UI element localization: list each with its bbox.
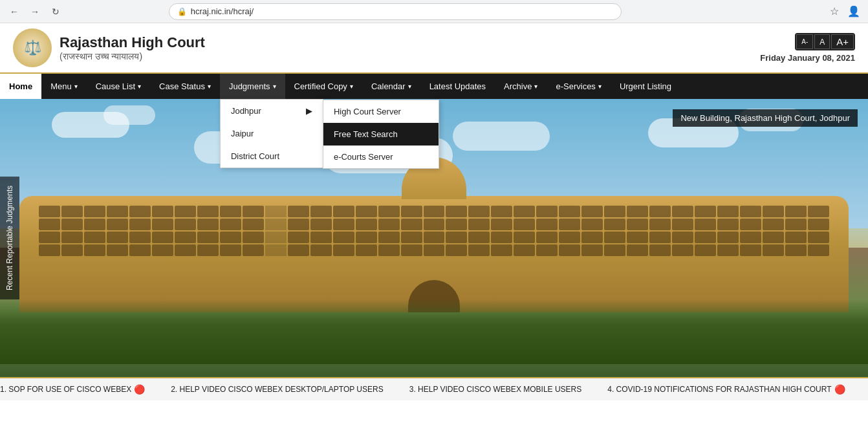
side-tab[interactable]: Recent Reportable Judgments	[0, 177, 19, 299]
ticker-item-2: 2. HELP VIDEO CISCO WEBEX DESKTOP/LAPTOP…	[171, 385, 384, 394]
image-caption: New Building, Rajasthan High Court, Jodh…	[673, 109, 858, 127]
logo-area: ⚖️ Rajasthan High Court (राजस्थान उच्च न…	[13, 28, 205, 67]
site-header: ⚖️ Rajasthan High Court (राजस्थान उच्च न…	[0, 23, 868, 74]
court-name-english: Rajasthan High Court	[60, 34, 205, 51]
nav-latest-updates[interactable]: Latest Updates	[420, 74, 495, 99]
nav-eservices-arrow: ▾	[598, 83, 602, 90]
nav-archive-arrow: ▾	[534, 83, 537, 90]
submenu-free-text-search[interactable]: Free Text Search	[323, 123, 439, 146]
jodhpur-submenu: High Court Server Free Text Search e-Cou…	[323, 100, 439, 169]
ticker-item-4-text: 4. COVID-19 NOTIFICATIONS FOR RAJASTHAN …	[607, 385, 831, 394]
browser-actions: ☆ 👤	[827, 4, 862, 19]
ticker-item-1: 1. SOP FOR USE OF CISCO WEBEX 🔴	[0, 384, 145, 394]
profile-button[interactable]: 👤	[846, 4, 862, 19]
nav-judgments-label: Judgments	[229, 81, 270, 91]
ticker-content: 1. SOP FOR USE OF CISCO WEBEX 🔴 2. HELP …	[0, 384, 868, 394]
building-body	[19, 196, 849, 312]
nav-archive-label: Archive	[504, 81, 532, 91]
nav-archive[interactable]: Archive ▾	[495, 74, 547, 99]
cloud-2	[103, 105, 155, 125]
ticker-item-4: 4. COVID-19 NOTIFICATIONS FOR RAJASTHAN …	[607, 384, 845, 394]
court-name-hindi: (राजस्थान उच्च न्यायालय)	[60, 51, 205, 62]
refresh-button[interactable]: ↻	[48, 4, 63, 19]
jaipur-label: Jaipur	[231, 129, 254, 138]
district-court-label: District Court	[231, 151, 279, 161]
image-caption-text: New Building, Rajasthan High Court, Jodh…	[680, 113, 850, 123]
font-decrease-button[interactable]: A-	[796, 34, 813, 49]
jodhpur-arrow: ▶	[306, 106, 312, 116]
nav-latest-updates-label: Latest Updates	[429, 81, 486, 91]
nav-certified-copy[interactable]: Certified Copy ▾	[285, 74, 362, 99]
main-navigation: Home Menu ▾ Cause List ▾ Case Status ▾ J…	[0, 74, 868, 99]
forward-button[interactable]: →	[27, 4, 43, 19]
nav-calendar-arrow: ▾	[408, 83, 411, 90]
dropdown-item-district-court[interactable]: District Court	[221, 145, 323, 167]
nav-certified-copy-label: Certified Copy	[294, 81, 347, 91]
ticker-icon-1: 🔴	[134, 384, 145, 394]
court-title: Rajasthan High Court (राजस्थान उच्च न्या…	[60, 34, 205, 62]
ticker-item-1-text: 1. SOP FOR USE OF CISCO WEBEX	[0, 385, 131, 394]
bookmark-button[interactable]: ☆	[827, 4, 842, 19]
dropdown-item-jaipur[interactable]: Jaipur	[221, 122, 323, 145]
nav-menu[interactable]: Menu ▾	[41, 74, 87, 99]
emblem-icon: ⚖️	[24, 39, 41, 56]
nav-case-status-arrow: ▾	[208, 83, 211, 90]
url-bar[interactable]: 🔒 hcraj.nic.in/hcraj/	[169, 3, 622, 20]
nav-certified-copy-arrow: ▾	[350, 83, 353, 90]
court-emblem: ⚖️	[13, 28, 52, 67]
ticker-item-3: 3. HELP VIDEO CISCO WEBEX MOBILE USERS	[409, 385, 582, 394]
nav-cause-list-label: Cause List	[96, 81, 135, 91]
high-court-server-label: High Court Server	[334, 107, 401, 116]
ticker-item-2-text: 2. HELP VIDEO CISCO WEBEX DESKTOP/LAPTOP…	[171, 385, 384, 394]
submenu-ecourts-server[interactable]: e-Courts Server	[323, 146, 439, 168]
url-text: hcraj.nic.in/hcraj/	[191, 6, 254, 16]
nav-calendar[interactable]: Calendar ▾	[362, 74, 420, 99]
font-normal-button[interactable]: A	[814, 34, 830, 49]
ecourts-server-label: e-Courts Server	[334, 152, 393, 162]
font-increase-button[interactable]: A+	[831, 34, 854, 49]
nav-case-status-label: Case Status	[159, 81, 205, 91]
ticker-bar: 1. SOP FOR USE OF CISCO WEBEX 🔴 2. HELP …	[0, 377, 868, 400]
cloud-7	[453, 122, 550, 151]
nav-eservices[interactable]: e-Services ▾	[547, 74, 610, 99]
judgments-dropdown: Jodhpur ▶ High Court Server Free Text Se…	[220, 99, 323, 168]
browser-chrome: ← → ↻ 🔒 hcraj.nic.in/hcraj/ ☆ 👤	[0, 0, 868, 23]
date-display: Friday January 08, 2021	[760, 53, 855, 63]
jodhpur-label: Jodhpur	[231, 106, 261, 116]
back-button[interactable]: ←	[6, 4, 22, 19]
header-right: A- A A+ Friday January 08, 2021	[760, 33, 855, 63]
free-text-search-label: Free Text Search	[334, 129, 398, 139]
nav-home[interactable]: Home	[0, 74, 41, 99]
ticker-icon-4: 🔴	[834, 384, 845, 394]
submenu-high-court-server[interactable]: High Court Server	[323, 100, 439, 123]
nav-case-status[interactable]: Case Status ▾	[150, 74, 220, 99]
ticker-item-3-text: 3. HELP VIDEO CISCO WEBEX MOBILE USERS	[409, 385, 582, 394]
font-size-controls: A- A A+	[795, 33, 855, 50]
side-tab-text: Recent Reportable Judgments	[5, 186, 14, 290]
nav-menu-arrow: ▾	[74, 83, 78, 90]
nav-menu-label: Menu	[50, 81, 72, 91]
nav-judgments-arrow: ▾	[273, 83, 276, 90]
nav-judgments[interactable]: Judgments ▾ Jodhpur ▶ High Court Server …	[220, 74, 285, 99]
nav-cause-list-arrow: ▾	[138, 83, 141, 90]
nav-eservices-label: e-Services	[556, 81, 595, 91]
nav-urgent-listing[interactable]: Urgent Listing	[611, 74, 680, 99]
building-area	[19, 170, 849, 312]
lock-icon: 🔒	[177, 7, 187, 16]
nav-urgent-listing-label: Urgent Listing	[620, 81, 671, 91]
dropdown-item-jodhpur[interactable]: Jodhpur ▶ High Court Server Free Text Se…	[221, 100, 323, 122]
trees-layer	[0, 299, 868, 364]
nav-calendar-label: Calendar	[371, 81, 406, 91]
nav-home-label: Home	[9, 81, 32, 91]
nav-cause-list[interactable]: Cause List ▾	[87, 74, 150, 99]
